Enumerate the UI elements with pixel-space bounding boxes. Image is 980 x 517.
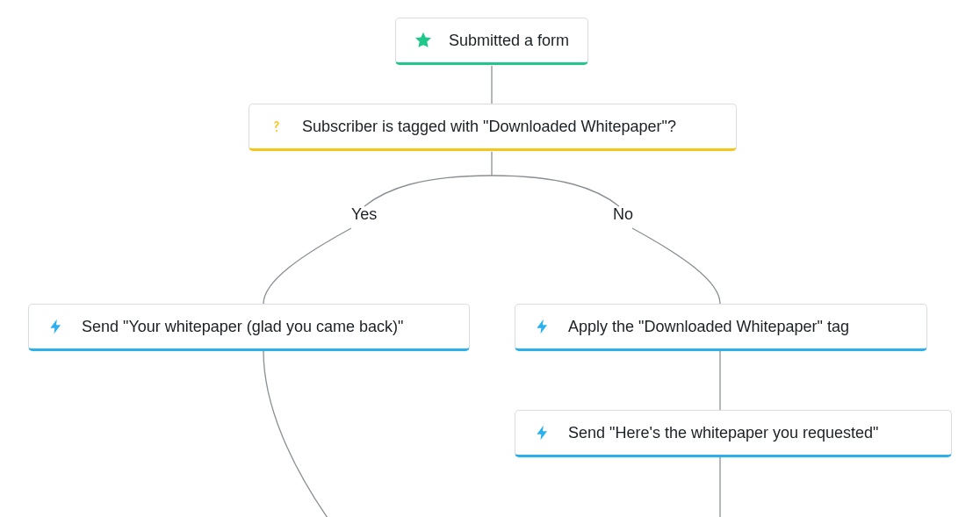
bolt-icon (533, 317, 552, 336)
star-icon (414, 31, 433, 50)
workflow-canvas: Submitted a form Subscriber is tagged wi… (0, 0, 980, 517)
action-no1-label: Apply the "Downloaded Whitepaper" tag (568, 318, 849, 336)
action-no-apply-tag[interactable]: Apply the "Downloaded Whitepaper" tag (515, 304, 927, 351)
action-yes-label: Send "Your whitepaper (glad you came bac… (82, 318, 403, 336)
condition-label: Subscriber is tagged with "Downloaded Wh… (302, 118, 676, 136)
bolt-icon (533, 423, 552, 442)
action-yes-send[interactable]: Send "Your whitepaper (glad you came bac… (28, 304, 470, 351)
question-icon (267, 117, 286, 136)
branch-no-label: No (613, 205, 633, 224)
trigger-node[interactable]: Submitted a form (395, 18, 588, 65)
bolt-icon (47, 317, 66, 336)
trigger-label: Submitted a form (449, 32, 569, 50)
condition-node[interactable]: Subscriber is tagged with "Downloaded Wh… (249, 104, 737, 151)
branch-yes-label: Yes (351, 205, 377, 224)
action-no2-label: Send "Here's the whitepaper you requeste… (568, 424, 878, 442)
action-no-send[interactable]: Send "Here's the whitepaper you requeste… (515, 410, 952, 457)
